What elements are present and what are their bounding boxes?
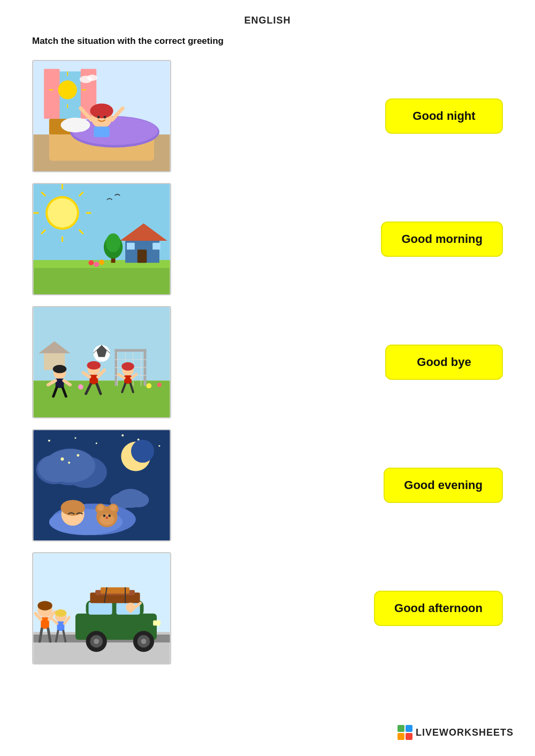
svg-rect-21 bbox=[94, 127, 109, 138]
svg-point-103 bbox=[77, 454, 79, 457]
svg-point-101 bbox=[38, 455, 73, 482]
svg-point-151 bbox=[55, 609, 67, 617]
exercise-area: Good night bbox=[0, 47, 535, 673]
svg-point-28 bbox=[48, 198, 77, 227]
svg-point-85 bbox=[146, 383, 151, 388]
svg-point-144 bbox=[37, 601, 52, 610]
svg-point-84 bbox=[78, 384, 83, 390]
svg-point-18 bbox=[90, 103, 113, 118]
svg-point-45 bbox=[94, 262, 99, 267]
exercise-row-2: Good morning bbox=[32, 180, 503, 298]
greeting-good-evening[interactable]: Good evening bbox=[384, 468, 503, 503]
svg-rect-52 bbox=[115, 349, 147, 352]
exercise-row-5: Good afternoon bbox=[32, 549, 503, 667]
svg-point-96 bbox=[131, 440, 154, 463]
svg-point-115 bbox=[97, 505, 104, 511]
svg-point-78 bbox=[121, 362, 134, 371]
svg-rect-79 bbox=[124, 376, 132, 384]
svg-point-92 bbox=[121, 434, 124, 437]
footer-logo-text: LIVEWORKSHEETS bbox=[416, 727, 514, 738]
liveworksheets-logo: LIVEWORKSHEETS bbox=[398, 725, 514, 740]
logo-sq-red bbox=[406, 733, 412, 740]
image-night-sleep bbox=[32, 429, 171, 541]
svg-point-119 bbox=[108, 514, 111, 517]
svg-rect-126 bbox=[88, 602, 112, 615]
svg-point-23 bbox=[103, 116, 106, 119]
page-subtitle: Match the situation with the correct gre… bbox=[0, 30, 535, 47]
svg-rect-39 bbox=[137, 250, 147, 263]
svg-point-93 bbox=[96, 442, 97, 444]
svg-point-4 bbox=[58, 80, 77, 99]
svg-point-89 bbox=[74, 437, 76, 439]
svg-point-86 bbox=[157, 383, 162, 387]
svg-point-71 bbox=[87, 361, 101, 370]
svg-point-44 bbox=[106, 233, 120, 252]
greeting-good-night[interactable]: Good night bbox=[385, 98, 503, 134]
svg-point-22 bbox=[97, 116, 100, 119]
svg-point-91 bbox=[158, 445, 160, 447]
svg-rect-40 bbox=[127, 243, 135, 250]
svg-point-104 bbox=[68, 462, 70, 464]
svg-point-16 bbox=[60, 118, 90, 132]
svg-point-133 bbox=[141, 639, 147, 644]
svg-rect-41 bbox=[152, 243, 160, 250]
footer: LIVEWORKSHEETS bbox=[398, 725, 514, 740]
svg-rect-2 bbox=[44, 69, 59, 119]
svg-point-120 bbox=[106, 517, 108, 519]
greeting-good-bye[interactable]: Good bye bbox=[385, 345, 503, 380]
logo-sq-orange bbox=[398, 733, 404, 740]
svg-point-116 bbox=[110, 505, 117, 511]
image-bedroom bbox=[32, 60, 171, 172]
svg-point-118 bbox=[103, 514, 105, 517]
svg-point-64 bbox=[53, 365, 67, 373]
image-car-farewell bbox=[32, 552, 171, 665]
logo-sq-blue bbox=[406, 725, 412, 732]
svg-point-88 bbox=[48, 440, 50, 442]
exercise-row-4: Good evening bbox=[32, 426, 503, 544]
page-title: ENGLISH bbox=[0, 15, 535, 26]
svg-point-47 bbox=[88, 260, 94, 265]
image-soccer bbox=[32, 306, 171, 418]
image-sunny-outdoor bbox=[32, 183, 171, 295]
logo-squares bbox=[398, 725, 412, 740]
svg-point-102 bbox=[60, 457, 64, 461]
greeting-good-afternoon[interactable]: Good afternoon bbox=[374, 591, 503, 626]
svg-point-107 bbox=[128, 493, 149, 507]
greeting-good-morning[interactable]: Good morning bbox=[381, 222, 503, 257]
svg-point-130 bbox=[94, 639, 99, 644]
logo-sq-green bbox=[398, 725, 404, 732]
page-header: ENGLISH bbox=[0, 0, 535, 30]
exercise-row-1: Good night bbox=[32, 57, 503, 175]
svg-point-46 bbox=[99, 259, 104, 265]
svg-point-117 bbox=[100, 514, 114, 525]
svg-point-10 bbox=[87, 75, 98, 81]
exercise-row-3: Good bye bbox=[32, 303, 503, 421]
svg-rect-134 bbox=[153, 621, 160, 626]
